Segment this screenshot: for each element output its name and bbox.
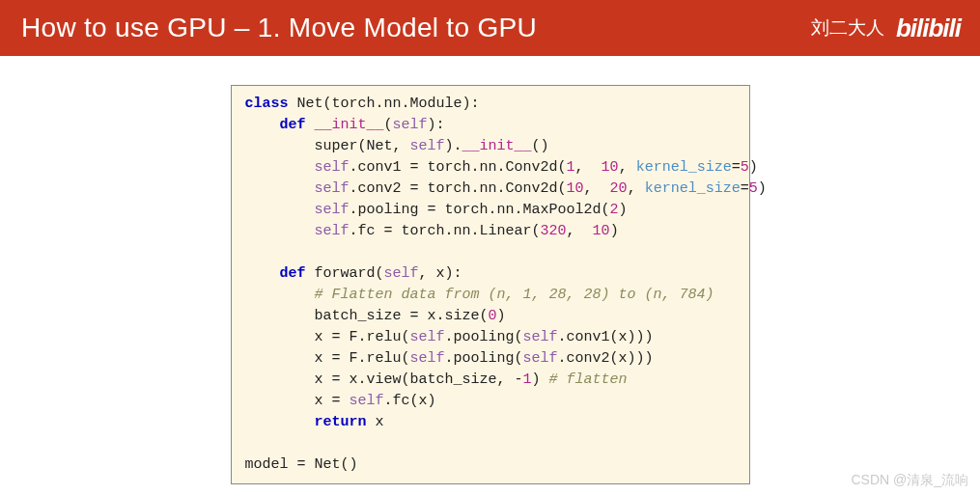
code-line: self.pooling = torch.nn.MaxPool2d(2) — [245, 200, 736, 221]
slide-header: How to use GPU – 1. Move Model to GPU 刘二… — [0, 0, 980, 56]
code-block: class Net(torch.nn.Module): def __init__… — [231, 85, 750, 484]
code-line: self.fc = torch.nn.Linear(320, 10) — [245, 221, 736, 242]
code-line: def forward(self, x): — [245, 263, 736, 285]
code-line: # Flatten data from (n, 1, 28, 28) to (n… — [245, 285, 736, 306]
slide-title: How to use GPU – 1. Move Model to GPU — [21, 13, 537, 43]
code-line: def __init__(self): — [245, 115, 736, 136]
code-line: class Net(torch.nn.Module): — [245, 94, 736, 115]
slide-body: class Net(torch.nn.Module): def __init__… — [0, 56, 980, 484]
code-line: model = Net() — [245, 454, 736, 476]
code-line: super(Net, self).__init__() — [245, 136, 736, 157]
code-line: x = F.relu(self.pooling(self.conv1(x))) — [245, 327, 736, 348]
code-line: self.conv1 = torch.nn.Conv2d(1, 10, kern… — [245, 157, 736, 179]
code-line: x = F.relu(self.pooling(self.conv2(x))) — [245, 348, 736, 370]
code-line: x = x.view(batch_size, -1) # flatten — [245, 370, 736, 391]
author-name: 刘二大人 — [811, 15, 884, 41]
csdn-watermark: CSDN @清泉_流响 — [851, 472, 968, 489]
header-right: 刘二大人 bilibili — [811, 14, 961, 43]
code-line: return x — [245, 412, 736, 433]
code-line: x = self.fc(x) — [245, 391, 736, 412]
code-line — [245, 433, 736, 454]
code-line: batch_size = x.size(0) — [245, 306, 736, 327]
code-line — [245, 242, 736, 263]
code-line: self.conv2 = torch.nn.Conv2d(10, 20, ker… — [245, 179, 736, 200]
bilibili-logo-icon: bilibili — [896, 14, 961, 43]
